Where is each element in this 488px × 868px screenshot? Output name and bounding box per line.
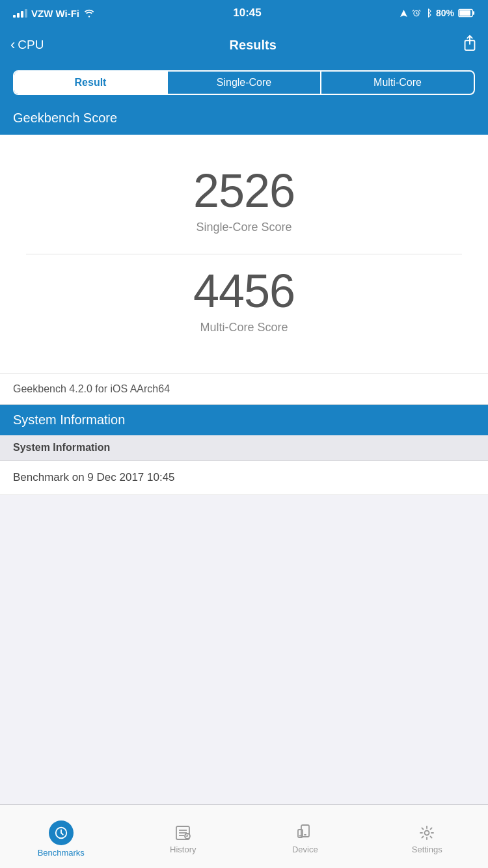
- nav-title: Results: [230, 38, 277, 53]
- tab-settings[interactable]: Settings: [366, 819, 489, 854]
- battery-label: 80%: [436, 8, 454, 18]
- multi-core-label: Multi-Core Score: [13, 321, 475, 334]
- wifi-icon: [83, 9, 95, 18]
- back-button[interactable]: ‹ CPU: [10, 38, 44, 52]
- status-time: 10:45: [233, 7, 261, 20]
- segment-container: Result Single-Core Multi-Core: [0, 64, 488, 104]
- share-icon: [462, 34, 478, 51]
- benchmarks-icon: [49, 821, 74, 845]
- location-icon: [400, 9, 408, 18]
- tab-history[interactable]: History: [122, 819, 245, 854]
- clock-icon: [54, 826, 68, 840]
- bluetooth-icon: [425, 8, 432, 18]
- tab-history-label: History: [170, 845, 196, 854]
- alarm-icon: [412, 8, 421, 18]
- carrier-label: VZW Wi-Fi: [31, 8, 79, 19]
- battery-icon: [458, 8, 475, 18]
- segment-control: Result Single-Core Multi-Core: [13, 70, 475, 95]
- svg-rect-3: [459, 10, 470, 16]
- geekbench-score-header: Geekbench Score: [0, 104, 488, 135]
- tab-bar: Benchmarks History Device Settings: [0, 804, 488, 868]
- settings-icon: [418, 824, 436, 842]
- system-section-header: System Information: [0, 405, 488, 435]
- single-core-block: 2526 Single-Core Score: [13, 154, 475, 254]
- single-core-value: 2526: [13, 167, 475, 214]
- history-icon: [174, 824, 192, 842]
- status-right: 80%: [400, 8, 475, 18]
- back-chevron-icon: ‹: [10, 38, 15, 52]
- share-button[interactable]: [462, 34, 478, 55]
- benchmark-date: Benchmark on 9 Dec 2017 10:45: [0, 461, 488, 495]
- tab-device[interactable]: Device: [244, 819, 366, 854]
- device-icon: [296, 824, 314, 842]
- status-left: VZW Wi-Fi: [13, 8, 95, 19]
- multi-core-value: 4456: [13, 267, 475, 314]
- tab-benchmarks[interactable]: Benchmarks: [0, 815, 122, 858]
- tab-settings-label: Settings: [412, 845, 442, 854]
- nav-bar: ‹ CPU Results: [0, 26, 488, 64]
- tab-device-label: Device: [292, 845, 318, 854]
- system-subheader: System Information: [0, 435, 488, 461]
- tab-result[interactable]: Result: [14, 72, 168, 94]
- tab-benchmarks-label: Benchmarks: [38, 848, 85, 858]
- tab-single-core[interactable]: Single-Core: [168, 72, 321, 94]
- svg-point-15: [425, 831, 429, 835]
- signal-bars: [13, 9, 27, 18]
- multi-core-block: 4456 Multi-Core Score: [13, 254, 475, 354]
- back-label: CPU: [18, 38, 44, 52]
- single-core-label: Single-Core Score: [13, 221, 475, 234]
- version-info: Geekbench 4.2.0 for iOS AArch64: [0, 373, 488, 405]
- tab-multi-core[interactable]: Multi-Core: [321, 72, 474, 94]
- svg-rect-2: [472, 11, 474, 15]
- status-bar: VZW Wi-Fi 10:45 80%: [0, 0, 488, 26]
- scores-area: 2526 Single-Core Score 4456 Multi-Core S…: [0, 135, 488, 373]
